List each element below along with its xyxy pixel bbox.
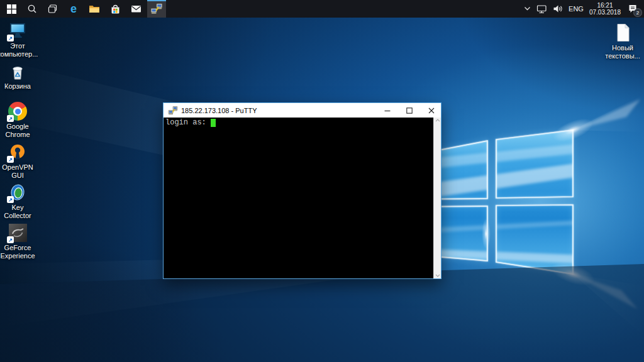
network-icon [536,4,547,14]
desktop-icon-label: OpenVPN GUI [2,163,33,180]
mail-icon [131,4,142,13]
chevron-down-icon [524,6,531,11]
desktop-icon-label: Google Chrome [5,123,30,139]
task-view-icon [48,4,58,14]
putty-window-icon [168,106,178,116]
desktop-icon-label: Новый текстовы... [605,44,640,60]
desktop-screen: e [0,0,644,362]
store-icon [110,4,121,14]
desktop-icon-openvpn-gui[interactable]: OpenVPN GUI [0,142,36,180]
desktop-icon-recycle-bin[interactable]: Корзина [0,61,36,90]
clock[interactable]: 16:21 07.03.2018 [589,2,621,16]
desktop-icon-geforce-experience[interactable]: GeForce Experience [0,222,36,260]
store-button[interactable] [106,0,125,18]
terminal-scrollbar[interactable] [433,118,441,278]
desktop-icon-label: GeForce Experience [0,244,35,260]
desktop-icon-label: Этот компьютер... [0,42,38,58]
window-title: 185.22.173.108 - PuTTY [181,107,375,114]
terminal[interactable]: login as: [164,118,433,278]
taskbar-app-icons: e [0,0,166,18]
language-indicator[interactable]: ENG [569,5,584,13]
terminal-prompt: login as: [165,118,206,127]
close-icon [428,107,435,114]
minimize-button[interactable] [378,103,397,118]
notification-badge: 2 [634,9,641,16]
clock-date: 07.03.2018 [589,9,621,16]
shortcut-arrow-icon [7,115,14,122]
minimize-icon [384,107,391,114]
search-icon [27,4,37,14]
edge-icon: e [70,3,77,14]
recycle-bin-icon [8,61,28,81]
shortcut-arrow-icon [7,156,14,163]
maximize-icon [406,107,413,114]
desktop-icon-label: Корзина [4,82,31,90]
file-explorer-icon [89,4,100,14]
action-center-button[interactable]: 2 [626,3,639,15]
taskbar: e [0,0,644,18]
task-view-button[interactable] [43,0,62,18]
shortcut-arrow-icon [7,236,14,243]
putty-window-body: login as: [164,118,441,278]
desktop-icon-new-text-document[interactable]: Новый текстовы... [604,23,641,60]
taskbar-putty-button[interactable] [147,0,166,18]
file-explorer-button[interactable] [85,0,104,18]
system-tray: ENG 16:21 07.03.2018 2 [524,2,644,16]
text-document-icon [614,23,631,42]
show-hidden-icons-button[interactable] [524,6,531,11]
search-button[interactable] [23,0,42,18]
close-button[interactable] [422,103,441,118]
terminal-cursor [211,119,216,127]
desktop-icon-this-pc[interactable]: Этот компьютер... [0,21,36,58]
shortcut-arrow-icon [7,196,14,203]
scroll-up-icon [435,119,440,122]
speaker-icon [553,4,563,13]
start-button[interactable] [2,0,21,18]
desktop-icon-key-collector[interactable]: Key Collector [0,182,36,220]
network-tray-button[interactable] [536,4,547,14]
scroll-down-icon [435,274,440,277]
putty-icon [150,3,163,15]
mail-button[interactable] [126,0,145,18]
volume-tray-button[interactable] [553,4,563,13]
clock-time: 16:21 [589,2,621,9]
putty-title-bar[interactable]: 185.22.173.108 - PuTTY [164,103,441,118]
shortcut-arrow-icon [7,35,14,41]
edge-button[interactable]: e [64,0,83,18]
maximize-button[interactable] [400,103,419,118]
putty-window: 185.22.173.108 - PuTTY login as: [163,102,441,279]
desktop-icon-label: Key Collector [0,204,36,220]
desktop-icon-google-chrome[interactable]: Google Chrome [0,101,36,139]
windows-start-icon [7,4,16,14]
